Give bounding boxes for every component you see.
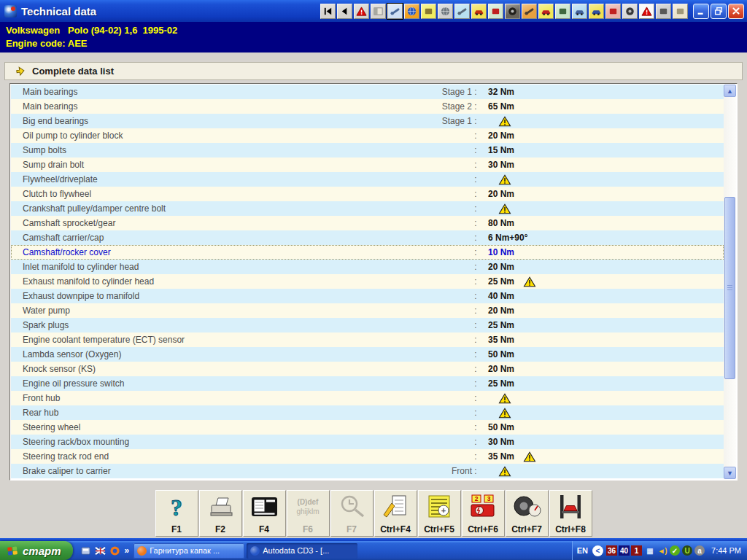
printer-tool-icon[interactable] (555, 4, 570, 19)
tray-badge[interactable]: 40 (619, 545, 630, 556)
system-tray: EN < 36401 ▦◄)✓Ua 7:44 PM (573, 541, 747, 560)
service-tool-icon[interactable] (522, 4, 537, 19)
close-button[interactable] (728, 4, 744, 19)
table-row[interactable]: Sump drain bolt: 30 Nm (11, 158, 724, 172)
row-label: Rear hub (11, 408, 392, 418)
table-row[interactable]: Front hub: (11, 391, 724, 405)
car-data-icon[interactable] (471, 4, 487, 19)
globe-world-icon[interactable] (438, 4, 453, 19)
light-switch-icon[interactable] (673, 4, 688, 19)
uk-flag-icon[interactable] (95, 545, 106, 556)
fn-button-label: F2 (215, 524, 225, 534)
volume-icon[interactable]: ◄) (657, 545, 667, 556)
fn-button-ctrl-f8[interactable]: Ctrl+F8 (549, 490, 592, 537)
table-row[interactable]: Knock sensor (KS): 20 Nm (11, 362, 724, 376)
fn-button-f4[interactable]: F4 (243, 490, 286, 537)
table-row[interactable]: Sump bolts: 15 Nm (11, 143, 724, 158)
globe-service-icon[interactable] (404, 4, 419, 19)
back-icon[interactable] (337, 4, 352, 19)
network-icon[interactable]: ▦ (645, 545, 655, 556)
table-row[interactable]: Crankshaft pulley/damper centre bolt: (11, 201, 724, 216)
table-row[interactable]: Steering wheel: 50 Nm (11, 420, 724, 435)
first-page-icon[interactable] (320, 4, 336, 19)
utorrent-icon[interactable]: U (682, 545, 692, 556)
language-indicator[interactable]: EN (577, 546, 588, 555)
table-row[interactable]: Engine oil pressure switch: 25 Nm (11, 376, 724, 391)
answers-icon[interactable]: a (694, 545, 705, 556)
vertical-scrollbar[interactable]: ▲ ▼ (724, 85, 736, 479)
minimize-button[interactable] (693, 4, 709, 19)
task-label: Гарнитура капак ... (150, 546, 220, 555)
taskbar-task-button[interactable]: Autodata CD3 - [... (247, 543, 357, 559)
taskbar-task-button[interactable]: Гарнитура капак ... (133, 543, 244, 559)
fn-button-f1[interactable]: ?F1 (155, 490, 198, 537)
repair-times-icon[interactable] (454, 4, 470, 19)
tray-badge[interactable]: 1 (631, 545, 642, 556)
row-qualifier: : (392, 408, 479, 418)
srs-airbag-icon[interactable] (605, 4, 621, 19)
quick-launch (73, 545, 125, 556)
firefox-icon[interactable] (109, 545, 120, 556)
row-qualifier: : (392, 247, 479, 257)
start-button[interactable]: старт (0, 541, 73, 560)
row-label: Front hub (11, 393, 392, 403)
tray-badge[interactable]: 36 (606, 545, 617, 556)
fn-button-f2[interactable]: F2 (199, 490, 242, 537)
fn-button-ctrl-f7[interactable]: Ctrl+F7 (506, 490, 549, 537)
scroll-down-button[interactable]: ▼ (724, 467, 736, 479)
table-row[interactable]: Exhaust manifold to cylinder head: 25 Nm (11, 274, 724, 289)
row-label: Engine coolant temperature (ECT) sensor (11, 335, 392, 345)
list-select-icon: + (423, 492, 455, 524)
engine-icon[interactable] (656, 4, 671, 19)
table-row[interactable]: Water pump: 20 Nm (11, 303, 724, 318)
engine-code: Engine code: AEE (6, 37, 747, 50)
car-wash-icon[interactable] (572, 4, 587, 19)
table-row[interactable]: Camshaft sprocket/gear: 80 Nm (11, 216, 724, 230)
antivirus-check-icon[interactable]: ✓ (670, 545, 680, 556)
mouse-settings-icon[interactable] (421, 4, 436, 19)
scrollbar-thumb[interactable] (724, 197, 735, 379)
table-row[interactable]: Oil pump to cylinder block: 20 Nm (11, 128, 724, 143)
lift-icon[interactable] (488, 4, 503, 19)
table-row[interactable]: Lambda sensor (Oxygen): 50 Nm (11, 347, 724, 362)
fn-button-ctrl-f5[interactable]: +Ctrl+F5 (418, 490, 461, 537)
fn-button-label: F6 (303, 524, 313, 534)
table-row[interactable]: Main bearingsStage 1 : 32 Nm (11, 85, 724, 99)
table-row[interactable]: Inlet manifold to cylinder head: 20 Nm (11, 260, 724, 274)
restore-button[interactable] (711, 4, 727, 19)
help-car-icon[interactable] (589, 4, 604, 19)
dashboard-icon[interactable] (505, 4, 520, 19)
tyre-icon[interactable] (622, 4, 638, 19)
table-row[interactable]: Camshaft carrier/cap: 6 Nm+90° (11, 230, 724, 245)
window-title: Technical data (21, 5, 96, 18)
table-row[interactable]: Clutch to flywheel: 20 Nm (11, 187, 724, 201)
table-row[interactable]: Camshaft/rocker cover: 10 Nm (11, 245, 724, 260)
technical-data-icon[interactable] (387, 4, 403, 19)
table-row[interactable]: Steering rack/box mounting: 30 Nm (11, 435, 724, 449)
table-row[interactable]: Big end bearingsStage 1 : (11, 114, 724, 128)
table-row[interactable]: Brake caliper to carrierFront : (11, 464, 724, 478)
table-row[interactable]: Spark plugs: 25 Nm (11, 318, 724, 332)
row-qualifier: : (392, 320, 479, 330)
window-pane-icon[interactable] (371, 4, 386, 19)
fn-button-ctrl-f6[interactable]: 23Ctrl+F6 (462, 490, 505, 537)
quicklaunch-overflow-chevron[interactable]: » (125, 545, 130, 556)
row-label: Sump bolts (11, 145, 392, 155)
svg-text:?: ? (171, 494, 182, 521)
table-row[interactable]: Flywheel/driveplate: (11, 172, 724, 187)
table-row[interactable]: Exhaust downpipe to manifold: 40 Nm (11, 289, 724, 303)
abs-warning-icon[interactable] (639, 4, 654, 19)
table-row[interactable]: Main bearingsStage 2 : 65 Nm (11, 99, 724, 114)
table-row[interactable]: Rear hub: (11, 405, 724, 420)
row-qualifier: : (392, 378, 479, 389)
quicklaunch-app-icon[interactable] (80, 545, 91, 556)
tray-collapse-chevron[interactable]: < (592, 545, 603, 556)
scroll-up-button[interactable]: ▲ (724, 85, 736, 97)
vehicle-header: Volkswagen Polo (94-02) 1,6 1995-02 Engi… (0, 22, 747, 52)
row-qualifier: : (392, 349, 479, 359)
table-row[interactable]: Steering track rod end: 35 Nm (11, 449, 724, 464)
table-row[interactable]: Engine coolant temperature (ECT) sensor:… (11, 332, 724, 347)
fn-button-ctrl-f4[interactable]: Ctrl+F4 (374, 490, 417, 537)
warning-red-icon[interactable] (354, 4, 369, 19)
diagnostics-icon[interactable] (538, 4, 554, 19)
